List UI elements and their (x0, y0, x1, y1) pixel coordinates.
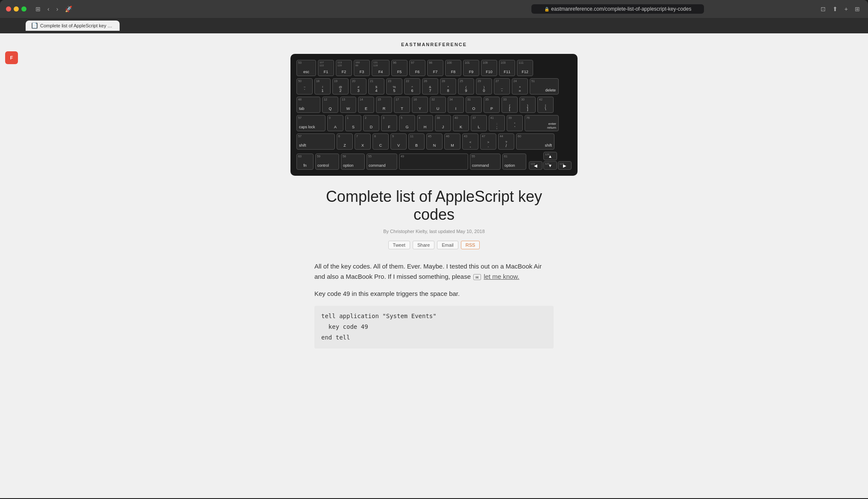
key-shift-right: 60 shift (516, 133, 554, 150)
keyboard-row-numbers: 50 ~ ` 18 ! 1 19 @ 2 20 # 3 (296, 78, 572, 94)
email-button[interactable]: Email (437, 241, 458, 249)
social-buttons: Tweet Share Email RSS (314, 241, 554, 249)
key-esc: 53 esc (296, 60, 316, 76)
key-control: 59 control (315, 154, 339, 170)
key-v: 9 V (390, 133, 407, 150)
key-1: 18 ! 1 (314, 78, 331, 94)
maximize-button[interactable] (21, 6, 26, 12)
tweet-button[interactable]: Tweet (388, 241, 410, 249)
keyboard-diagram: 53 esc 107122 F1 113120 F2 16099 F3 1311… (0, 54, 868, 176)
key-comma: 43 < , (462, 133, 478, 150)
key-delete: 51 delete (530, 78, 559, 94)
key-3: 20 # 3 (350, 78, 367, 94)
key-option-right: 61 option (502, 154, 526, 170)
return-label: enter return (547, 122, 556, 130)
key-0: 29 ) 0 (476, 78, 492, 94)
tab-title: Complete list of AppleScript key codes (40, 23, 114, 28)
key-5: 23 % 5 (386, 78, 402, 94)
key-left-bracket: 33 { [ (501, 97, 518, 113)
key-quote: 39 " ' (507, 115, 523, 131)
key-p: 35 P (484, 97, 500, 113)
address-bar-container: eastmanreference.com/complete-list-of-ap… (424, 4, 812, 14)
key-f4: 131118 F4 (372, 60, 390, 76)
key-o: 31 O (466, 97, 482, 113)
key-f9: 101 F9 (463, 60, 479, 76)
browser-toolbar: ⊞ ‹ › 🚀 (33, 5, 421, 13)
key-caps-lock: 57 caps lock (296, 115, 326, 131)
key-8: 28 * 8 (440, 78, 456, 94)
key-f8: 100 F8 (445, 60, 461, 76)
reader-button[interactable]: ⊡ (818, 5, 828, 13)
key-f10: 109 F10 (481, 60, 497, 76)
key-9: 25 ( 9 (458, 78, 474, 94)
key-return: 76 enter return (525, 115, 559, 131)
key-x: 7 X (355, 133, 371, 150)
new-tab-button[interactable]: + (842, 5, 850, 13)
key-q: 12 Q (322, 97, 338, 113)
key-f2: 113120 F2 (336, 60, 352, 76)
key-l: 37 L (471, 115, 487, 131)
minimize-button[interactable] (14, 6, 19, 12)
forward-button[interactable]: › (54, 5, 61, 13)
sidebar-app-icon[interactable]: F (5, 51, 18, 64)
key-f3: 16099 F3 (354, 60, 370, 76)
article-body-p1: All of the key codes. All of them. Ever.… (314, 261, 554, 282)
key-m: 46 M (444, 133, 460, 150)
key-shift-left: 57 shift (296, 133, 335, 150)
arrow-key-cluster: 126 ▲ 123 ◀ 125 ▼ (529, 152, 572, 170)
key-k: 40 K (453, 115, 469, 131)
key-arrow-right: 124 ▶ (558, 161, 572, 170)
key-u: 32 U (430, 97, 446, 113)
key-space: 49 (399, 154, 468, 170)
key-period: 47 > . (480, 133, 496, 150)
rss-button[interactable]: RSS (461, 241, 480, 249)
tab-overview-button[interactable]: ⊞ (853, 5, 862, 13)
keyboard-row-qwerty: 48 tab 12 Q 13 W 14 E 15 R (296, 97, 572, 113)
share-button[interactable]: ⬆ (830, 5, 840, 13)
key-h: 4 H (417, 115, 433, 131)
keyboard-row-function: 53 esc 107122 F1 113120 F2 16099 F3 1311… (296, 60, 572, 76)
key-command-right: 55 command (470, 154, 501, 170)
key-backslash: 42 | \ (537, 97, 554, 113)
address-bar[interactable]: eastmanreference.com/complete-list-of-ap… (531, 4, 704, 14)
article-meta: By Christopher Kielty, last updated May … (314, 229, 554, 234)
code-content: tell application "System Events" key cod… (321, 311, 547, 343)
share-button[interactable]: Share (413, 241, 434, 249)
close-button[interactable] (6, 6, 11, 12)
sidebar-icon-label: F (10, 55, 13, 60)
key-a: 0 A (327, 115, 343, 131)
key-command-left: 55 command (367, 154, 397, 170)
key-n: 45 N (426, 133, 443, 150)
browser-window: ⊞ ‹ › 🚀 eastmanreference.com/complete-li… (0, 0, 868, 33)
tab-bar: 📄 Complete list of AppleScript key codes (0, 18, 868, 33)
key-d: 2 D (363, 115, 379, 131)
keyboard-row-zxcv: 57 shift 6 Z 7 X 8 C 9 V (296, 133, 572, 150)
key-w: 13 W (340, 97, 356, 113)
key-6: 22 ^ 6 (404, 78, 420, 94)
key-f11: 103 F11 (499, 60, 515, 76)
key-f7: 98 F7 (427, 60, 443, 76)
key-e: 14 E (358, 97, 374, 113)
keyboard-row-asdf: 57 caps lock 0 A 1 S 2 D 3 F (296, 115, 572, 131)
boost-button[interactable]: 🚀 (63, 5, 74, 13)
key-f: 3 F (381, 115, 397, 131)
sidebar-toggle-button[interactable]: ⊞ (33, 5, 43, 13)
article-title: Complete list of AppleScript key codes (314, 188, 554, 224)
title-bar: ⊞ ‹ › 🚀 eastmanreference.com/complete-li… (0, 0, 868, 18)
code-block: tell application "System Events" key cod… (314, 306, 554, 348)
key-2: 19 @ 2 (332, 78, 349, 94)
key-arrow-up: 126 ▲ (543, 152, 557, 160)
let-me-know-link[interactable]: let me know. (484, 273, 519, 280)
key-f1: 107122 F1 (318, 60, 334, 76)
site-logo: EASTMANREFERENCE (0, 42, 868, 47)
traffic-lights (6, 6, 26, 12)
key-7: 26 & 7 (422, 78, 438, 94)
article: Complete list of AppleScript key codes B… (306, 188, 562, 348)
key-j: 38 J (435, 115, 451, 131)
back-button[interactable]: ‹ (45, 5, 52, 13)
email-icon: ✉ (473, 274, 481, 280)
key-backtick: 50 ~ ` (296, 78, 313, 94)
active-tab[interactable]: 📄 Complete list of AppleScript key codes (26, 21, 120, 31)
key-i: 34 I (448, 97, 464, 113)
key-slash: 44 ? / (498, 133, 514, 150)
